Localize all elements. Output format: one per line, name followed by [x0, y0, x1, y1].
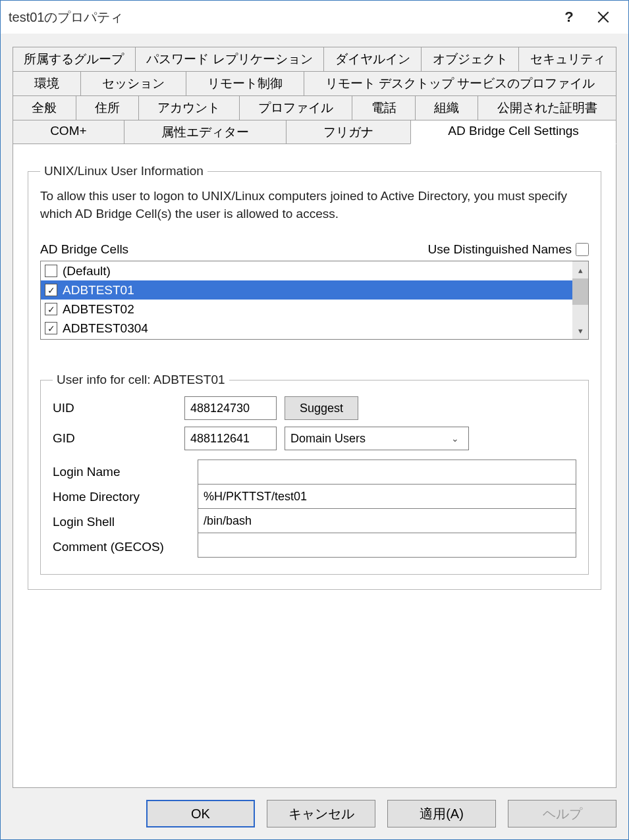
home-directory-input[interactable] — [198, 484, 576, 509]
dialog-content: 所属するグループパスワード レプリケーションダイヤルインオブジェクトセキュリティ… — [1, 34, 628, 788]
gid-group-dropdown[interactable]: Domain Users ⌄ — [285, 427, 469, 450]
cell-item[interactable]: ✓ADBTEST02 — [41, 300, 572, 319]
scroll-thumb[interactable] — [572, 278, 588, 305]
gecos-label: Comment (GECOS) — [53, 535, 198, 560]
unix-user-info-group: UNIX/Linux User Information To allow thi… — [28, 164, 601, 590]
tab-フリガナ[interactable]: フリガナ — [286, 120, 411, 144]
text-fields-stack: Login Name Home Directory Login Shell Co… — [53, 459, 576, 560]
close-icon[interactable] — [586, 4, 620, 30]
cell-item-label: ADBTEST01 — [63, 283, 134, 298]
checkbox-icon[interactable] — [45, 265, 57, 277]
tab-属性エディター[interactable]: 属性エディター — [124, 120, 287, 144]
tab-ダイヤルイン[interactable]: ダイヤルイン — [323, 47, 422, 71]
scroll-track[interactable] — [572, 305, 588, 322]
login-name-label: Login Name — [53, 459, 198, 485]
use-dn-text: Use Distinguished Names — [427, 242, 572, 257]
chevron-down-icon: ⌄ — [447, 433, 463, 444]
tab-リモート-デスクトップ-サービスのプロファイル[interactable]: リモート デスクトップ サービスのプロファイル — [304, 71, 616, 95]
tab-住所[interactable]: 住所 — [76, 95, 140, 120]
tab-全般[interactable]: 全般 — [13, 95, 76, 120]
userinfo-legend: User info for cell: ADBTEST01 — [53, 373, 229, 387]
gid-input[interactable] — [184, 427, 277, 450]
titlebar: test01のプロパティ ? — [1, 1, 628, 34]
tab-セキュリティ[interactable]: セキュリティ — [518, 47, 616, 71]
help-button[interactable]: ヘルプ — [508, 800, 616, 827]
tab-電話[interactable]: 電話 — [352, 95, 416, 120]
checkbox-icon[interactable]: ✓ — [45, 303, 57, 315]
list-scrollbar[interactable]: ▴ ▾ — [572, 261, 588, 339]
help-icon[interactable]: ? — [552, 4, 586, 30]
tab-panel: UNIX/Linux User Information To allow thi… — [13, 144, 616, 788]
cells-label: AD Bridge Cells — [40, 242, 427, 257]
cell-item[interactable]: (Default) — [41, 261, 572, 280]
window-title: test01のプロパティ — [9, 9, 552, 26]
group-legend: UNIX/Linux User Information — [40, 164, 207, 178]
cell-item-label: (Default) — [63, 264, 111, 278]
use-dn-checkbox[interactable] — [576, 243, 589, 256]
cell-item[interactable]: ✓ADBTEST01 — [41, 280, 572, 300]
cells-header: AD Bridge Cells Use Distinguished Names — [40, 242, 589, 257]
ok-button[interactable]: OK — [146, 800, 255, 827]
cell-item-label: ADBTEST02 — [63, 302, 134, 317]
gecos-input[interactable] — [198, 533, 576, 558]
login-name-input[interactable] — [198, 459, 576, 485]
cancel-button[interactable]: キャンセル — [267, 800, 375, 827]
apply-button[interactable]: 適用(A) — [387, 800, 496, 827]
uid-row: UID Suggest — [53, 396, 576, 420]
uid-input[interactable] — [184, 396, 277, 420]
tab-セッション[interactable]: セッション — [80, 71, 186, 95]
tab-com+[interactable]: COM+ — [13, 120, 124, 144]
group-description: To allow this user to logon to UNIX/Linu… — [40, 188, 589, 223]
tab-オブジェクト[interactable]: オブジェクト — [421, 47, 519, 71]
gid-row: GID Domain Users ⌄ — [53, 427, 576, 450]
tab-プロファイル[interactable]: プロファイル — [239, 95, 353, 120]
scroll-up-icon[interactable]: ▴ — [572, 261, 588, 278]
checkbox-icon[interactable]: ✓ — [45, 284, 57, 296]
tab-リモート制御[interactable]: リモート制御 — [186, 71, 304, 95]
scroll-down-icon[interactable]: ▾ — [572, 322, 588, 339]
dialog-window: test01のプロパティ ? 所属するグループパスワード レプリケーションダイヤ… — [0, 0, 629, 840]
gid-label: GID — [53, 431, 184, 446]
tab-組織[interactable]: 組織 — [415, 95, 479, 120]
login-shell-input[interactable] — [198, 508, 576, 533]
use-dn-checkbox-label[interactable]: Use Distinguished Names — [427, 242, 589, 257]
home-directory-label: Home Directory — [53, 485, 198, 510]
tab-control: 所属するグループパスワード レプリケーションダイヤルインオブジェクトセキュリティ… — [13, 47, 616, 144]
cell-item[interactable]: ✓ADBTEST0304 — [41, 319, 572, 338]
tab-所属するグループ[interactable]: 所属するグループ — [13, 47, 136, 71]
ad-bridge-cells-list[interactable]: (Default)✓ADBTEST01✓ADBTEST02✓ADBTEST030… — [40, 261, 589, 340]
tab-アカウント[interactable]: アカウント — [138, 95, 240, 120]
dialog-button-bar: OK キャンセル 適用(A) ヘルプ — [1, 788, 628, 839]
tab-パスワード-レプリケーション[interactable]: パスワード レプリケーション — [135, 47, 324, 71]
tab-環境[interactable]: 環境 — [13, 71, 81, 95]
gid-group-value: Domain Users — [290, 432, 366, 446]
uid-label: UID — [53, 401, 184, 415]
tab-ad-bridge-cell-settings[interactable]: AD Bridge Cell Settings — [410, 120, 616, 144]
suggest-button[interactable]: Suggest — [285, 396, 358, 420]
cell-item-label: ADBTEST0304 — [63, 321, 148, 336]
tab-公開された証明書[interactable]: 公開された証明書 — [478, 95, 616, 120]
login-shell-label: Login Shell — [53, 510, 198, 535]
user-info-for-cell-group: User info for cell: ADBTEST01 UID Sugges… — [40, 373, 589, 575]
checkbox-icon[interactable]: ✓ — [45, 322, 57, 334]
